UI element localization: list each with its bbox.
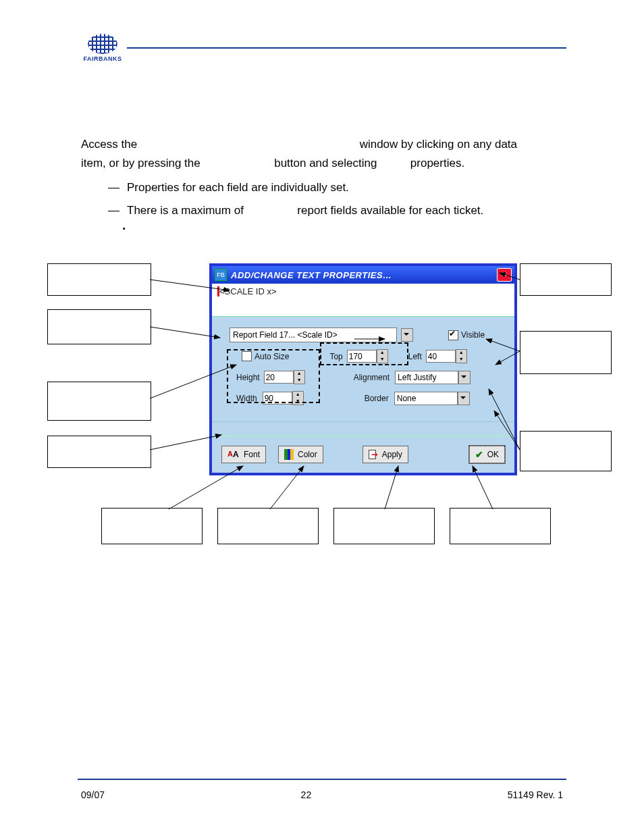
color-button-label: Color [298,450,317,459]
alignment-select[interactable]: Left Justify [395,371,458,384]
callout-box [520,263,612,296]
spin-icon[interactable]: ▲▼ [456,349,467,363]
page-footer: 09/07 22 51149 Rev. 1 [81,789,563,800]
callout-box [520,431,612,471]
bullet-frag: report fields available for each ticket. [297,204,483,217]
callout-box [333,508,435,544]
callout-box [47,309,151,344]
highlight-box [320,342,408,365]
sub-bullet-marker: ▪ [123,224,126,232]
footer-date: 09/07 [81,789,105,800]
para-frag: window by clicking on any data [360,138,517,151]
color-icon [284,449,294,460]
border-value: None [397,394,417,403]
text-properties-dialog: FB ADD/CHANGE TEXT PROPERTIES… × <SCALE … [209,263,517,475]
globe-icon [88,34,117,54]
check-icon: ✔ [475,449,483,460]
app-icon: FB [215,269,227,281]
font-icon: A [227,450,240,459]
footer-rev: 51149 Rev. 1 [508,789,563,800]
left-label: Left [408,352,422,361]
highlight-box [227,349,320,403]
chevron-down-icon[interactable] [458,371,471,384]
bullet-frag: There is a maximum of [127,204,244,217]
brand-logo: FAIRBANKS [81,34,124,62]
footer-page: 22 [301,789,312,800]
body-text: Access the window by clicking on any dat… [81,135,563,224]
chevron-down-icon[interactable] [401,328,413,342]
ok-button[interactable]: ✔ OK [469,446,505,463]
border-select[interactable]: None [394,392,458,405]
callout-box [217,508,319,544]
para-frag: Access the [81,138,137,151]
callout-box [47,436,151,468]
apply-icon [369,449,378,460]
alignment-value: Left Justify [398,373,436,382]
bullet-item: Properties for each field are individual… [108,178,563,197]
visible-label: Visible [461,330,485,340]
figure-area: FB ADD/CHANGE TEXT PROPERTIES… × <SCALE … [47,263,610,554]
callout-box [47,263,151,296]
report-field-select[interactable]: Report Field 17... <Scale ID> [230,328,397,342]
para-frag: properties. [410,157,464,170]
preview-text: <SCALE ID x> [217,286,277,296]
callout-box [520,331,612,374]
border-label: Border [365,394,389,403]
apply-button[interactable]: Apply [363,446,408,463]
bullet-item: There is a maximum of report fields avai… [108,201,563,220]
apply-button-label: Apply [382,450,402,459]
font-button[interactable]: A Font [221,446,266,463]
callout-box [101,508,203,544]
color-button[interactable]: Color [278,446,323,463]
footer-rule [78,779,566,780]
ok-button-label: OK [487,450,499,459]
left-input[interactable] [426,350,456,363]
para-frag: item, or by pressing the [81,157,200,170]
chevron-down-icon[interactable] [458,392,470,405]
para-frag: button and selecting [274,157,377,170]
header-rule [127,47,566,49]
callout-box [47,382,151,421]
callout-box [450,508,551,544]
dialog-title: ADD/CHANGE TEXT PROPERTIES… [231,270,497,280]
close-icon[interactable]: × [497,268,512,282]
font-button-label: Font [244,450,260,459]
alignment-label: Alignment [354,373,390,382]
brand-name: FAIRBANKS [81,55,124,62]
preview-pane: <SCALE ID x> [212,284,514,317]
report-field-value: Report Field 17... <Scale ID> [233,330,338,340]
visible-checkbox[interactable] [448,330,458,340]
dialog-titlebar[interactable]: FB ADD/CHANGE TEXT PROPERTIES… × [212,266,514,284]
